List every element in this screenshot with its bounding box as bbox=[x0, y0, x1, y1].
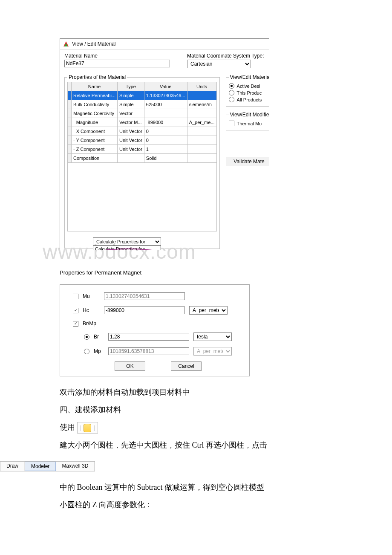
br-radio[interactable] bbox=[84, 334, 89, 340]
checkbox-label: Thermal Mo bbox=[237, 121, 262, 126]
body-paragraph: 建大小两个圆柱，先选中大圆柱，按住 Ctrl 再选小圆柱，点击 bbox=[60, 439, 332, 451]
tab-draw[interactable]: Draw bbox=[0, 462, 25, 471]
text-fragment: 使用 bbox=[60, 423, 75, 431]
permanent-magnet-properties-panel: Mu Hc A_per_meter Br/Mp Br tesla Mp A_pe… bbox=[60, 284, 250, 376]
divider-icon: | bbox=[80, 423, 81, 432]
body-paragraph: 四、建模添加材料 bbox=[60, 404, 332, 416]
material-properties-table[interactable]: Name Type Value Units Relative Permeabi.… bbox=[67, 82, 217, 163]
radio-label: Active Desi bbox=[237, 84, 260, 89]
view-edit-modifier-group: View/Edit Modifier Thermal Mo bbox=[226, 112, 269, 130]
checkbox-icon bbox=[229, 121, 234, 126]
radio-icon bbox=[229, 97, 234, 102]
dropdown-option[interactable]: Calculate Properties for: bbox=[93, 246, 161, 250]
cylinder-icon[interactable] bbox=[84, 424, 91, 432]
radio-label: All Products bbox=[237, 97, 262, 102]
hc-label: Hc bbox=[83, 307, 100, 313]
material-name-label: Material Name bbox=[64, 53, 170, 59]
body-paragraph: 双击添加的材料自动加载到项目材料中 bbox=[60, 387, 332, 398]
table-row[interactable]: - MagnitudeVector M...-899000A_per_me... bbox=[68, 118, 217, 127]
validate-material-button[interactable]: Validate Mate bbox=[226, 157, 269, 166]
radio-label: This Produc bbox=[237, 90, 262, 95]
permanent-magnet-properties-title: Properties for Permanent Magnet bbox=[60, 269, 332, 276]
col-type: Type bbox=[118, 82, 144, 91]
body-paragraph: 使用 | | bbox=[60, 422, 332, 434]
mp-unit-select: A_per_meter bbox=[193, 347, 232, 356]
col-value: Value bbox=[144, 82, 187, 91]
coord-type-select[interactable]: Cartesian bbox=[187, 60, 251, 68]
mu-label: Mu bbox=[83, 293, 100, 299]
mp-label: Mp bbox=[94, 348, 104, 354]
dialog-title: View / Edit Material bbox=[72, 41, 116, 47]
mp-radio[interactable] bbox=[84, 349, 89, 354]
hc-input[interactable] bbox=[104, 306, 185, 314]
br-unit-select[interactable]: tesla bbox=[193, 332, 232, 341]
view-edit-material-legend: View/Edit Material bbox=[229, 74, 269, 80]
radio-active-design[interactable]: Active Desi bbox=[229, 83, 269, 89]
table-row[interactable]: - Y ComponentUnit Vector0 bbox=[68, 136, 217, 145]
material-properties-legend: Properties of the Material bbox=[67, 74, 127, 80]
table-row[interactable]: Relative Permeabi...Simple1.133027403546… bbox=[68, 91, 217, 100]
col-name: Name bbox=[72, 82, 118, 91]
divider-icon: | bbox=[94, 423, 95, 432]
table-row[interactable]: Bulk ConductivitySimple625000siemens/m bbox=[68, 100, 217, 109]
coord-type-label: Material Coordinate System Type: bbox=[187, 53, 264, 59]
table-row[interactable]: Magnetic CoercivityVector bbox=[68, 109, 217, 118]
toolbar-snippet: | | bbox=[77, 422, 98, 434]
tab-maxwell3d[interactable]: Maxwell 3D bbox=[56, 462, 95, 471]
mu-input bbox=[104, 292, 185, 300]
table-row[interactable]: - X ComponentUnit Vector0 bbox=[68, 127, 217, 136]
hc-unit-select[interactable]: A_per_meter bbox=[189, 306, 228, 315]
col-units: Units bbox=[187, 82, 216, 91]
radio-icon bbox=[229, 90, 234, 95]
view-edit-material-scope-group: View/Edit Material Active Desi This Prod… bbox=[226, 74, 269, 107]
br-input[interactable] bbox=[108, 333, 189, 341]
ok-button[interactable]: OK bbox=[115, 361, 145, 371]
view-edit-modifier-legend: View/Edit Modifier bbox=[229, 112, 269, 118]
cancel-button[interactable]: Cancel bbox=[171, 361, 202, 371]
mp-input bbox=[108, 347, 189, 355]
body-paragraph: 小圆柱的 Z 向高度参数化： bbox=[60, 499, 332, 511]
table-row[interactable]: - Z ComponentUnit Vector1 bbox=[68, 145, 217, 154]
mu-checkbox[interactable] bbox=[73, 294, 78, 299]
table-empty-area bbox=[67, 163, 217, 231]
table-row[interactable]: CompositionSolid bbox=[68, 154, 217, 163]
calculate-properties-dropdown[interactable]: Calculate Properties for: Permanent Magn… bbox=[93, 246, 161, 250]
hc-checkbox[interactable] bbox=[73, 308, 78, 313]
br-label: Br bbox=[94, 334, 104, 340]
radio-this-product[interactable]: This Produc bbox=[229, 90, 269, 95]
brmp-label: Br/Mp bbox=[83, 321, 100, 327]
menu-tabs-snippet: Draw Modeler Maxwell 3D bbox=[0, 461, 95, 471]
radio-all-products[interactable]: All Products bbox=[229, 97, 269, 102]
material-name-input[interactable] bbox=[64, 60, 170, 67]
body-paragraph: 中的 Boolean 运算中的 Subtract 做减运算，得到空心圆柱模型 bbox=[60, 482, 332, 493]
calculate-properties-select[interactable]: Calculate Properties for: bbox=[93, 237, 161, 246]
material-properties-group: Properties of the Material Name Type Val… bbox=[64, 74, 220, 249]
view-edit-material-dialog: View / Edit Material Material Name Mater… bbox=[60, 38, 269, 250]
radio-icon bbox=[229, 83, 234, 89]
checkbox-thermal-modifier[interactable]: Thermal Mo bbox=[229, 121, 269, 126]
brmp-checkbox[interactable] bbox=[73, 321, 78, 327]
tab-modeler[interactable]: Modeler bbox=[25, 462, 56, 471]
app-logo-icon bbox=[63, 40, 69, 47]
